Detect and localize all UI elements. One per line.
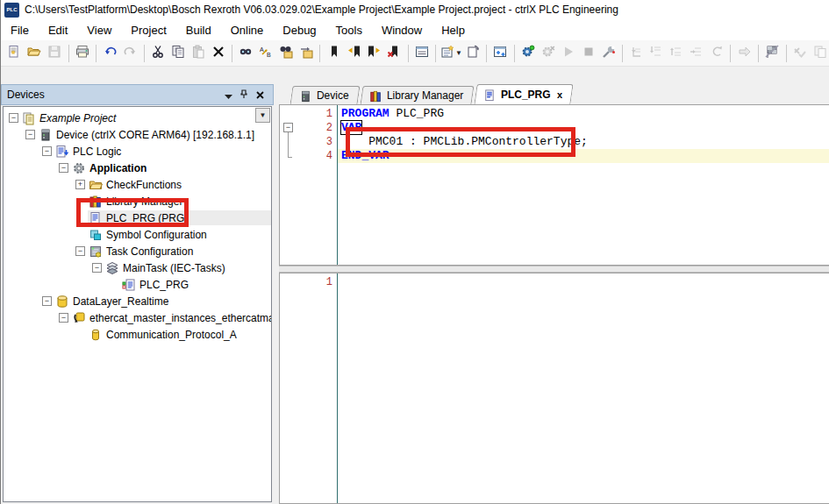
collapse-icon[interactable]: −	[75, 246, 85, 256]
menu-item-project[interactable]: Project	[121, 21, 175, 39]
tree-item-content[interactable]: CheckFunctions	[88, 177, 271, 192]
build-button[interactable]	[491, 43, 510, 64]
code-line-1[interactable]	[338, 275, 829, 289]
find-button[interactable]	[237, 43, 255, 64]
declaration-editor[interactable]: − 1234 PROGRAM PLC_PRGVAR PMC01 : PMCLib…	[279, 104, 829, 266]
tree-item-content[interactable]: PLC_PRG (PRG)	[88, 210, 271, 225]
tree-item-communication-protocol-a[interactable]: Communication_Protocol_A	[4, 326, 271, 343]
tree-item-symbol-configuration[interactable]: Symbol Configuration	[4, 226, 271, 243]
open-project-button[interactable]	[25, 43, 44, 64]
panel-pin-button[interactable]	[236, 88, 252, 102]
panel-close-button[interactable]	[252, 88, 268, 102]
tab-close-icon[interactable]: x	[557, 89, 562, 100]
tree-item-content[interactable]: PLC Logic	[54, 144, 271, 159]
copy-button[interactable]	[169, 43, 188, 64]
tree-item-datalayer-realtime[interactable]: −DataLayer_Realtime	[4, 293, 271, 309]
menu-item-window[interactable]: Window	[372, 21, 432, 39]
collapse-icon[interactable]: −	[9, 113, 18, 123]
code-token: END_VAR	[341, 149, 389, 162]
collapse-icon[interactable]: −	[25, 130, 35, 139]
tree-item-example-project[interactable]: −Example Project	[4, 110, 271, 126]
tree-item-content[interactable]: Task Configuration	[88, 244, 271, 259]
menu-item-build[interactable]: Build	[176, 21, 221, 39]
replace-button[interactable]: AB	[257, 43, 275, 64]
panel-menu-button[interactable]	[220, 88, 236, 102]
edit-object-button[interactable]	[463, 43, 482, 64]
show-next-statement-button	[735, 43, 754, 64]
code-area[interactable]: PROGRAM PLC_PRGVAR PMC01 : PMCLib.PMCont…	[338, 105, 829, 265]
new-object-button[interactable]: ▼	[440, 43, 461, 64]
collapse-icon[interactable]: −	[92, 263, 102, 273]
tree-item-plc-prg[interactable]: PLC_PRG	[4, 276, 271, 293]
tree-item-plc-logic[interactable]: −PLC Logic	[4, 143, 271, 160]
tree-item-content[interactable]: Example Project	[21, 110, 271, 125]
delete-button[interactable]	[209, 43, 227, 64]
devices-tree: ▼ −Example Project−Device (ctrlX CORE AR…	[3, 106, 272, 502]
code-token: PROGRAM	[341, 107, 389, 120]
find-in-project-icon	[279, 45, 293, 62]
menu-item-debug[interactable]: Debug	[273, 21, 325, 39]
tree-item-content[interactable]: ethercat_master_instances_ethercatmaster	[71, 310, 272, 325]
toggle-bookmark-button[interactable]	[325, 43, 343, 64]
tree-item-content[interactable]: Communication_Protocol_A	[88, 327, 271, 342]
new-project-button[interactable]	[5, 43, 24, 64]
fold-margin[interactable]: −	[280, 105, 297, 265]
tree-item-device-ctrlx-core-arm64-192-168-1-1[interactable]: −Device (ctrlX CORE ARM64) [192.168.1.1]	[4, 126, 271, 143]
fold-margin[interactable]	[280, 273, 297, 503]
undo-button[interactable]	[101, 43, 119, 64]
editor-region: DeviceLibrary ManagerPLC_PRGx − 1234 PRO…	[279, 84, 829, 504]
tree-item-content[interactable]: PLC_PRG	[121, 277, 271, 292]
tree-item-content[interactable]: Application	[71, 160, 271, 175]
tree-item-label: CheckFunctions	[106, 178, 182, 191]
cut-button[interactable]	[149, 43, 168, 64]
collapse-icon[interactable]: −	[42, 296, 52, 306]
find-in-project-button[interactable]	[277, 43, 296, 64]
tree-item-application[interactable]: −Application	[4, 160, 271, 176]
menu-item-help[interactable]: Help	[432, 21, 475, 39]
collapse-icon[interactable]: −	[42, 146, 52, 156]
tree-item-content[interactable]: Symbol Configuration	[88, 227, 271, 242]
collapse-icon[interactable]: −	[59, 163, 68, 173]
code-line-2[interactable]: VAR	[338, 121, 829, 135]
tree-item-content[interactable]: DataLayer_Realtime	[54, 294, 271, 309]
tab-plc-prg[interactable]: PLC_PRGx	[474, 84, 573, 104]
fold-collapse-icon[interactable]: −	[283, 123, 293, 132]
implementation-editor[interactable]: 1	[279, 273, 829, 504]
app-icon: PLC	[4, 3, 19, 18]
tree-item-maintask-iec-tasks[interactable]: −MainTask (IEC-Tasks)	[4, 259, 271, 276]
expand-icon[interactable]: +	[75, 180, 85, 189]
code-line-3[interactable]: PMC01 : PMCLib.PMControllerType;	[338, 135, 829, 149]
fold-guide-end	[288, 157, 292, 158]
code-line-4[interactable]: END_VAR	[338, 149, 829, 163]
flow-control-button[interactable]	[763, 43, 782, 64]
print-button[interactable]	[73, 43, 91, 64]
tab-device[interactable]: Device	[290, 86, 361, 104]
replace-in-project-button[interactable]	[297, 43, 316, 64]
logout-icon	[541, 45, 555, 62]
menu-item-tools[interactable]: Tools	[326, 21, 372, 39]
online-config-mode-button[interactable]	[599, 43, 618, 64]
code-line-1[interactable]: PROGRAM PLC_PRG	[338, 107, 829, 121]
toolbar-separator	[68, 45, 69, 62]
tree-item-library-manager[interactable]: Library Manager	[4, 193, 271, 209]
editor-splitter[interactable]	[279, 266, 829, 273]
tree-item-content[interactable]: Device (ctrlX CORE ARM64) [192.168.1.1]	[38, 127, 271, 142]
clear-bookmarks-button[interactable]	[385, 43, 404, 64]
tree-item-content[interactable]: MainTask (IEC-Tasks)	[104, 260, 271, 275]
menu-item-edit[interactable]: Edit	[39, 21, 77, 39]
tree-item-plc-prg-prg[interactable]: PLC_PRG (PRG)	[4, 209, 271, 226]
previous-bookmark-button[interactable]	[345, 43, 363, 64]
code-area[interactable]	[338, 273, 829, 503]
tree-item-content[interactable]: Library Manager	[88, 194, 271, 209]
next-bookmark-button[interactable]	[365, 43, 383, 64]
menu-item-online[interactable]: Online	[221, 21, 274, 39]
messages-view-button[interactable]	[413, 43, 432, 64]
login-button[interactable]	[519, 43, 538, 64]
tab-library-manager[interactable]: Library Manager	[360, 86, 474, 104]
collapse-icon[interactable]: −	[59, 313, 68, 323]
menu-item-file[interactable]: File	[1, 21, 39, 39]
tree-item-task-configuration[interactable]: −Task Configuration	[4, 243, 271, 259]
tree-item-checkfunctions[interactable]: +CheckFunctions	[4, 176, 271, 193]
tree-item-ethercat-master-instances-ethercatmaster[interactable]: −ethercat_master_instances_ethercatmaste…	[4, 309, 271, 326]
menu-item-view[interactable]: View	[77, 21, 121, 39]
